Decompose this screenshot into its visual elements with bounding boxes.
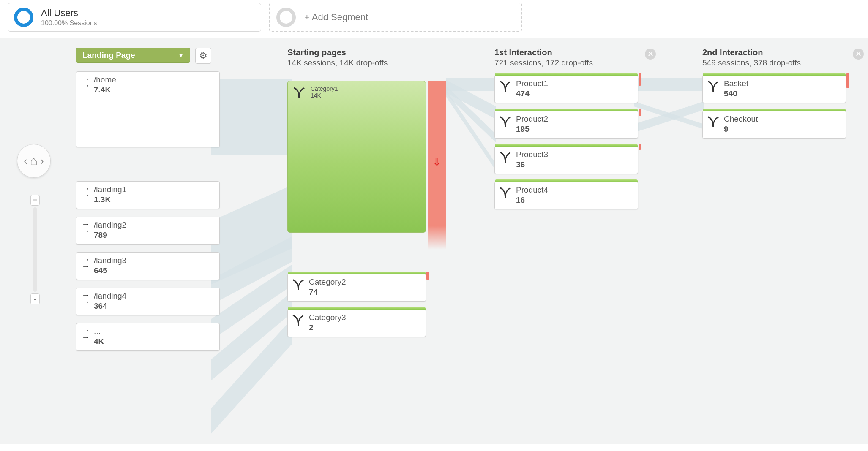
landing-node-label: /home	[94, 75, 116, 84]
starting-node-value: 2	[309, 323, 346, 332]
throughput-bar	[495, 73, 638, 76]
lane-landing-page: Landing Page ▼ ⚙ →→ /home 7.4K →→ /landi…	[76, 48, 220, 351]
chevron-down-icon: ▼	[178, 52, 184, 59]
segment-subtitle: 100.00% Sessions	[41, 19, 97, 27]
throughput-bar	[703, 109, 846, 111]
starting-node[interactable]: 人 Category2 74	[287, 274, 426, 302]
dimension-selector[interactable]: Landing Page ▼	[76, 48, 190, 63]
landing-node[interactable]: →→ /home 7.4K	[76, 71, 220, 147]
merge-icon: 人	[708, 114, 719, 129]
source-arrows-icon: →→	[82, 220, 89, 234]
interaction-node-value: 474	[516, 89, 548, 98]
interaction-node-label: Basket	[724, 79, 748, 88]
landing-node-value: 364	[94, 302, 126, 311]
dropoff-stub	[426, 272, 429, 280]
throughput-bar	[495, 179, 638, 182]
merge-icon: 人	[500, 114, 511, 129]
source-arrows-icon: →→	[82, 185, 89, 198]
lane-subtitle: 549 sessions, 378 drop-offs	[702, 58, 846, 68]
dropoff-stub	[639, 144, 641, 150]
merge-icon: 人	[294, 85, 305, 100]
dropoff-arrow-icon: ⇩	[432, 155, 442, 168]
lane-title: 2nd Interaction	[702, 48, 846, 57]
dropoff-stub	[639, 73, 641, 86]
home-icon[interactable]: ⌂	[30, 155, 38, 167]
zoom-slider[interactable]	[33, 207, 37, 292]
flow-canvas[interactable]: ‹ ⌂ › + - Landing Page ▼ ⚙ →→ /home 7.4K…	[0, 38, 868, 444]
source-arrows-icon: →→	[82, 327, 89, 340]
starting-node-label: Category2	[309, 277, 346, 287]
interaction-node-value: 16	[516, 196, 548, 205]
merge-icon: 人	[500, 185, 511, 200]
landing-node-value: 789	[94, 231, 126, 240]
remove-step-button[interactable]: ✕	[853, 49, 864, 60]
interaction-node-label: Product1	[516, 79, 548, 88]
dimension-selector-label: Landing Page	[82, 51, 135, 60]
interaction-node-value: 540	[724, 89, 748, 98]
interaction-node-value: 9	[724, 125, 758, 134]
interaction-node-label: Product3	[516, 150, 548, 159]
nav-next-button[interactable]: ›	[40, 155, 44, 168]
landing-node-value: 1.3K	[94, 195, 126, 204]
interaction-node[interactable]: 人 Product1 474	[494, 75, 638, 103]
interaction-node-label: Checkout	[724, 114, 758, 124]
segment-bar: All Users 100.00% Sessions + Add Segment	[0, 0, 868, 38]
starting-node-value: 14K	[311, 92, 338, 99]
interaction-node[interactable]: 人 Product3 36	[494, 146, 638, 174]
interaction-node-label: Product4	[516, 185, 548, 195]
landing-node[interactable]: →→ /landing1 1.3K	[76, 181, 220, 209]
add-segment-label: + Add Segment	[304, 12, 368, 23]
lane-interaction-2: 2nd Interaction 549 sessions, 378 drop-o…	[702, 48, 846, 139]
lane-title: 1st Interaction	[494, 48, 638, 57]
source-arrows-icon: →→	[82, 291, 89, 305]
dropoff-stub	[639, 109, 641, 116]
interaction-node[interactable]: 人 Product4 16	[494, 182, 638, 209]
add-segment-button[interactable]: + Add Segment	[269, 3, 522, 32]
interaction-node[interactable]: 人 Checkout 9	[702, 111, 846, 139]
starting-node-value: 74	[309, 288, 346, 297]
segment-ring-icon	[14, 8, 33, 27]
starting-node-category1[interactable]: 人 Category1 14K	[287, 81, 426, 233]
lane-starting-pages: Starting pages 14K sessions, 14K drop-of…	[287, 48, 448, 337]
merge-icon: 人	[500, 79, 511, 94]
landing-node[interactable]: →→ ... 4K	[76, 323, 220, 351]
landing-node-value: 645	[94, 266, 126, 275]
dropoff-stub	[846, 73, 849, 88]
landing-node-label: /landing1	[94, 185, 126, 194]
lane-subtitle: 14K sessions, 14K drop-offs	[287, 58, 448, 68]
throughput-bar	[703, 73, 846, 76]
starting-node-label: Category1	[311, 85, 338, 92]
segment-all-users[interactable]: All Users 100.00% Sessions	[8, 3, 261, 32]
dropoff-bar[interactable]: ⇩	[428, 81, 446, 250]
nav-prev-button[interactable]: ‹	[24, 155, 27, 168]
landing-node[interactable]: →→ /landing3 645	[76, 252, 220, 280]
gear-icon[interactable]: ⚙	[195, 48, 211, 64]
landing-node[interactable]: →→ /landing2 789	[76, 217, 220, 245]
throughput-bar	[495, 109, 638, 111]
interaction-node-label: Product2	[516, 114, 548, 124]
starting-node-label: Category3	[309, 313, 346, 322]
remove-step-button[interactable]: ✕	[645, 49, 656, 60]
landing-node-label: /landing4	[94, 291, 126, 301]
landing-node-value: 7.4K	[94, 85, 116, 95]
landing-node-label: ...	[94, 327, 104, 336]
nav-bubble: ‹ ⌂ ›	[17, 144, 51, 178]
interaction-node-value: 195	[516, 125, 548, 134]
landing-node-value: 4K	[94, 337, 104, 346]
segment-ring-icon	[276, 8, 296, 27]
landing-node[interactable]: →→ /landing4 364	[76, 288, 220, 315]
lane-title: Starting pages	[287, 48, 448, 57]
source-arrows-icon: →→	[82, 75, 89, 89]
zoom-out-button[interactable]: -	[30, 293, 40, 304]
interaction-node[interactable]: 人 Basket 540	[702, 75, 846, 103]
throughput-bar	[288, 307, 426, 310]
lane-subtitle: 721 sessions, 172 drop-offs	[494, 58, 638, 68]
interaction-node[interactable]: 人 Product2 195	[494, 111, 638, 139]
zoom-in-button[interactable]: +	[30, 195, 40, 206]
landing-node-label: /landing3	[94, 256, 126, 265]
throughput-bar	[495, 144, 638, 147]
zoom-controls: + -	[30, 195, 40, 304]
starting-node[interactable]: 人 Category3 2	[287, 309, 426, 337]
merge-icon: 人	[708, 79, 719, 94]
merge-icon: 人	[293, 277, 304, 292]
